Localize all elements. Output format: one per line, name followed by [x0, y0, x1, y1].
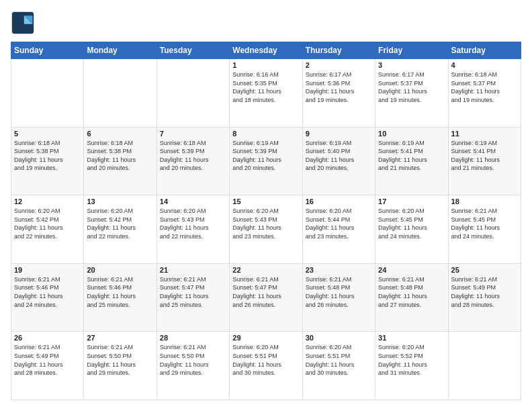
- calendar-cell: 2Sunrise: 6:17 AM Sunset: 5:36 PM Daylig…: [302, 59, 375, 128]
- day-number: 21: [160, 266, 226, 274]
- calendar-table: SundayMondayTuesdayWednesdayThursdayFrid…: [11, 42, 521, 400]
- day-info: Sunrise: 6:20 AM Sunset: 5:51 PM Dayligh…: [306, 343, 372, 377]
- day-number: 17: [378, 197, 445, 205]
- day-info: Sunrise: 6:20 AM Sunset: 5:51 PM Dayligh…: [232, 343, 299, 377]
- day-info: Sunrise: 6:19 AM Sunset: 5:39 PM Dayligh…: [232, 139, 299, 173]
- day-number: 22: [232, 266, 299, 274]
- calendar-cell: 10Sunrise: 6:19 AM Sunset: 5:41 PM Dayli…: [375, 127, 448, 195]
- day-number: 23: [306, 266, 372, 274]
- calendar-week-4: 19Sunrise: 6:21 AM Sunset: 5:46 PM Dayli…: [11, 263, 521, 332]
- day-info: Sunrise: 6:18 AM Sunset: 5:39 PM Dayligh…: [160, 139, 226, 173]
- calendar-cell: 13Sunrise: 6:20 AM Sunset: 5:42 PM Dayli…: [84, 195, 157, 264]
- calendar-cell: 8Sunrise: 6:19 AM Sunset: 5:39 PM Daylig…: [230, 127, 302, 195]
- day-number: 12: [14, 197, 81, 205]
- calendar-cell: 1Sunrise: 6:16 AM Sunset: 5:35 PM Daylig…: [230, 59, 302, 128]
- day-info: Sunrise: 6:20 AM Sunset: 5:44 PM Dayligh…: [306, 207, 372, 240]
- calendar-cell: 3Sunrise: 6:17 AM Sunset: 5:37 PM Daylig…: [375, 59, 448, 128]
- logo-icon: [11, 11, 35, 35]
- day-info: Sunrise: 6:19 AM Sunset: 5:41 PM Dayligh…: [378, 139, 445, 173]
- calendar-cell: 27Sunrise: 6:21 AM Sunset: 5:50 PM Dayli…: [84, 332, 157, 400]
- day-info: Sunrise: 6:20 AM Sunset: 5:52 PM Dayligh…: [378, 343, 445, 377]
- calendar-cell: [11, 59, 84, 128]
- calendar-header-friday: Friday: [375, 42, 448, 59]
- calendar-cell: [448, 332, 521, 400]
- calendar-cell: 7Sunrise: 6:18 AM Sunset: 5:39 PM Daylig…: [157, 127, 229, 195]
- day-info: Sunrise: 6:21 AM Sunset: 5:48 PM Dayligh…: [306, 275, 372, 309]
- calendar-cell: 28Sunrise: 6:21 AM Sunset: 5:50 PM Dayli…: [157, 332, 229, 400]
- day-number: 20: [87, 266, 153, 274]
- calendar-header-monday: Monday: [84, 42, 157, 59]
- day-number: 9: [306, 130, 372, 138]
- day-number: 16: [306, 197, 372, 205]
- calendar-cell: 6Sunrise: 6:18 AM Sunset: 5:38 PM Daylig…: [84, 127, 157, 195]
- day-info: Sunrise: 6:20 AM Sunset: 5:45 PM Dayligh…: [378, 207, 445, 240]
- day-number: 6: [87, 130, 153, 138]
- day-info: Sunrise: 6:21 AM Sunset: 5:50 PM Dayligh…: [87, 343, 153, 377]
- calendar-header-thursday: Thursday: [302, 42, 375, 59]
- day-number: 10: [378, 130, 445, 138]
- day-info: Sunrise: 6:19 AM Sunset: 5:41 PM Dayligh…: [451, 139, 518, 173]
- day-number: 31: [378, 334, 445, 342]
- calendar-cell: 30Sunrise: 6:20 AM Sunset: 5:51 PM Dayli…: [302, 332, 375, 400]
- day-number: 15: [232, 197, 299, 205]
- day-number: 26: [14, 334, 81, 342]
- calendar-cell: 24Sunrise: 6:21 AM Sunset: 5:48 PM Dayli…: [375, 263, 448, 332]
- day-number: 27: [87, 334, 153, 342]
- day-number: 7: [160, 130, 226, 138]
- day-info: Sunrise: 6:18 AM Sunset: 5:38 PM Dayligh…: [87, 139, 153, 173]
- day-number: 11: [451, 130, 518, 138]
- day-number: 29: [232, 334, 299, 342]
- day-info: Sunrise: 6:21 AM Sunset: 5:47 PM Dayligh…: [232, 275, 299, 309]
- header: [11, 11, 521, 35]
- calendar-cell: 29Sunrise: 6:20 AM Sunset: 5:51 PM Dayli…: [230, 332, 302, 400]
- day-info: Sunrise: 6:17 AM Sunset: 5:36 PM Dayligh…: [306, 71, 372, 104]
- day-number: 2: [306, 61, 372, 69]
- calendar-cell: 23Sunrise: 6:21 AM Sunset: 5:48 PM Dayli…: [302, 263, 375, 332]
- calendar-cell: 21Sunrise: 6:21 AM Sunset: 5:47 PM Dayli…: [157, 263, 229, 332]
- day-info: Sunrise: 6:17 AM Sunset: 5:37 PM Dayligh…: [378, 71, 445, 104]
- day-number: 24: [378, 266, 445, 274]
- calendar-header-sunday: Sunday: [11, 42, 84, 59]
- calendar-cell: 16Sunrise: 6:20 AM Sunset: 5:44 PM Dayli…: [302, 195, 375, 264]
- day-number: 25: [451, 266, 518, 274]
- day-number: 18: [451, 197, 518, 205]
- day-info: Sunrise: 6:21 AM Sunset: 5:46 PM Dayligh…: [87, 275, 153, 309]
- calendar-header-saturday: Saturday: [448, 42, 521, 59]
- day-number: 13: [87, 197, 153, 205]
- calendar-cell: [157, 59, 229, 128]
- day-info: Sunrise: 6:20 AM Sunset: 5:43 PM Dayligh…: [232, 207, 299, 240]
- day-info: Sunrise: 6:20 AM Sunset: 5:42 PM Dayligh…: [87, 207, 153, 240]
- day-info: Sunrise: 6:16 AM Sunset: 5:35 PM Dayligh…: [232, 71, 299, 104]
- calendar-cell: 25Sunrise: 6:21 AM Sunset: 5:49 PM Dayli…: [448, 263, 521, 332]
- day-info: Sunrise: 6:21 AM Sunset: 5:49 PM Dayligh…: [451, 275, 518, 309]
- day-number: 1: [232, 61, 299, 69]
- calendar-header-tuesday: Tuesday: [157, 42, 229, 59]
- calendar-week-3: 12Sunrise: 6:20 AM Sunset: 5:42 PM Dayli…: [11, 195, 521, 264]
- day-number: 4: [451, 61, 518, 69]
- logo: [11, 11, 38, 35]
- calendar-header-row: SundayMondayTuesdayWednesdayThursdayFrid…: [11, 42, 521, 59]
- calendar-cell: [84, 59, 157, 128]
- calendar-cell: 22Sunrise: 6:21 AM Sunset: 5:47 PM Dayli…: [230, 263, 302, 332]
- day-number: 28: [160, 334, 226, 342]
- calendar-cell: 14Sunrise: 6:20 AM Sunset: 5:43 PM Dayli…: [157, 195, 229, 264]
- calendar-cell: 20Sunrise: 6:21 AM Sunset: 5:46 PM Dayli…: [84, 263, 157, 332]
- page: SundayMondayTuesdayWednesdayThursdayFrid…: [0, 0, 532, 411]
- day-info: Sunrise: 6:20 AM Sunset: 5:43 PM Dayligh…: [160, 207, 226, 240]
- calendar-cell: 17Sunrise: 6:20 AM Sunset: 5:45 PM Dayli…: [375, 195, 448, 264]
- day-info: Sunrise: 6:21 AM Sunset: 5:47 PM Dayligh…: [160, 275, 226, 309]
- calendar-cell: 12Sunrise: 6:20 AM Sunset: 5:42 PM Dayli…: [11, 195, 84, 264]
- day-info: Sunrise: 6:19 AM Sunset: 5:40 PM Dayligh…: [306, 139, 372, 173]
- day-info: Sunrise: 6:21 AM Sunset: 5:50 PM Dayligh…: [160, 343, 226, 377]
- day-info: Sunrise: 6:18 AM Sunset: 5:38 PM Dayligh…: [14, 139, 81, 173]
- day-number: 30: [306, 334, 372, 342]
- day-number: 19: [14, 266, 81, 274]
- day-info: Sunrise: 6:21 AM Sunset: 5:48 PM Dayligh…: [378, 275, 445, 309]
- calendar-cell: 19Sunrise: 6:21 AM Sunset: 5:46 PM Dayli…: [11, 263, 84, 332]
- day-number: 5: [14, 130, 81, 138]
- day-info: Sunrise: 6:21 AM Sunset: 5:49 PM Dayligh…: [14, 343, 81, 377]
- calendar-cell: 18Sunrise: 6:21 AM Sunset: 5:45 PM Dayli…: [448, 195, 521, 264]
- day-info: Sunrise: 6:20 AM Sunset: 5:42 PM Dayligh…: [14, 207, 81, 240]
- calendar-cell: 9Sunrise: 6:19 AM Sunset: 5:40 PM Daylig…: [302, 127, 375, 195]
- calendar-cell: 15Sunrise: 6:20 AM Sunset: 5:43 PM Dayli…: [230, 195, 302, 264]
